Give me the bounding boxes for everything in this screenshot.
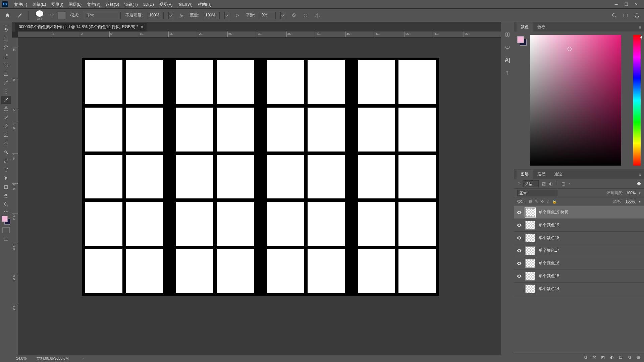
filter-type-icon[interactable]: T	[556, 181, 558, 186]
close-button[interactable]: ✕	[634, 2, 639, 7]
pressure-opacity-icon[interactable]	[178, 12, 185, 19]
workspace-switcher[interactable]	[622, 12, 629, 19]
layer-row[interactable]: 单个颜色16	[514, 257, 644, 270]
new-layer-icon[interactable]: ⧉	[628, 355, 631, 360]
layer-thumbnail[interactable]	[525, 234, 535, 242]
smooth-input[interactable]: 0%	[260, 12, 276, 19]
color-preview-swatches[interactable]	[517, 36, 527, 46]
filter-adjust-icon[interactable]: ◐	[549, 181, 552, 186]
lock-position-icon[interactable]: ✥	[541, 199, 544, 204]
layer-name[interactable]: 单个颜色16	[539, 260, 559, 266]
layer-row[interactable]: 单个颜色18	[514, 232, 644, 244]
layer-row[interactable]: 单个颜色17	[514, 244, 644, 257]
maximize-button[interactable]: ❐	[624, 2, 629, 7]
move-tool[interactable]	[1, 26, 11, 34]
shape-tool[interactable]	[1, 183, 11, 191]
edit-toolbar[interactable]	[1, 209, 11, 214]
tab-color[interactable]: 颜色	[517, 22, 533, 32]
layer-name[interactable]: 单个颜色18	[539, 235, 559, 241]
menu-type[interactable]: 文字(Y)	[84, 0, 103, 9]
layer-thumbnail[interactable]	[525, 246, 535, 255]
brush-tool[interactable]	[1, 96, 11, 104]
layer-thumbnail[interactable]	[525, 221, 535, 230]
zoom-tool[interactable]	[1, 200, 11, 208]
hue-slider[interactable]	[633, 35, 641, 166]
chevron-down-icon[interactable]: ▾	[639, 191, 641, 195]
brush-panel-toggle[interactable]	[58, 12, 65, 19]
zoom-level[interactable]: 14.8%	[16, 356, 26, 360]
ruler-vertical[interactable]: 5 0 5 10 15 20 25 30 35 40	[12, 38, 18, 355]
layer-thumbnail[interactable]	[525, 208, 535, 217]
libraries-icon[interactable]	[504, 31, 511, 38]
opacity-input[interactable]: 100%	[148, 12, 164, 19]
home-button[interactable]	[3, 11, 11, 19]
airbrush-icon[interactable]	[234, 12, 241, 19]
layer-name[interactable]: 单个颜色15	[539, 273, 559, 279]
panel-menu-icon[interactable]: ≡	[636, 23, 644, 32]
visibility-toggle[interactable]	[517, 223, 522, 228]
link-layers-icon[interactable]: ⧉	[584, 355, 587, 360]
layer-thumbnail[interactable]	[525, 285, 535, 293]
layer-name[interactable]: 单个颜色19	[539, 222, 559, 228]
heal-tool[interactable]	[1, 87, 11, 95]
frame-tool[interactable]	[1, 70, 11, 78]
menu-3d[interactable]: 3D(D)	[141, 0, 157, 9]
layer-filter-type[interactable]: 类型	[517, 180, 539, 187]
ruler-horizontal[interactable]: 0 5 5 10 15 20 25 30 35 40 45 50 55 60 6…	[18, 32, 501, 38]
stamp-tool[interactable]	[1, 105, 11, 113]
quick-mask-toggle[interactable]	[2, 227, 10, 233]
layer-name[interactable]: 单个颜色17	[539, 248, 559, 253]
lock-pixels-icon[interactable]: ✎	[535, 199, 538, 204]
layer-opacity-value[interactable]: 100%	[626, 191, 636, 195]
status-chevron-icon[interactable]: 〉	[82, 356, 86, 361]
visibility-toggle[interactable]	[517, 274, 522, 279]
chevron-down-icon[interactable]: ▾	[639, 200, 641, 203]
gradient-tool[interactable]	[1, 131, 11, 139]
layer-row[interactable]: 单个颜色14	[514, 283, 644, 295]
color-cursor[interactable]	[568, 47, 572, 51]
layer-mask-icon[interactable]: ◩	[601, 355, 605, 360]
layer-row[interactable]: 单个颜色19 拷贝	[514, 206, 644, 219]
lock-all-icon[interactable]: 🔒	[552, 199, 557, 204]
foreground-color[interactable]	[2, 216, 8, 222]
filter-shape-icon[interactable]: ▢	[561, 181, 565, 186]
close-tab-icon[interactable]: ×	[141, 24, 144, 29]
wand-tool[interactable]	[1, 52, 11, 60]
flow-dropdown[interactable]	[224, 12, 229, 19]
color-field[interactable]	[530, 35, 621, 166]
pressure-size-icon[interactable]	[302, 12, 309, 19]
blend-mode-select[interactable]: 正常	[84, 12, 121, 19]
menu-view[interactable]: 视图(V)	[157, 0, 175, 9]
dodge-tool[interactable]	[1, 148, 11, 156]
tab-layers[interactable]: 图层	[517, 170, 533, 179]
tab-paths[interactable]: 路径	[533, 170, 549, 179]
flow-input[interactable]: 100%	[204, 12, 220, 19]
lasso-tool[interactable]	[1, 44, 11, 52]
search-icon[interactable]	[610, 12, 618, 19]
symmetry-icon[interactable]	[314, 12, 321, 19]
layer-thumbnail[interactable]	[525, 272, 535, 281]
menu-filter[interactable]: 滤镜(T)	[122, 0, 140, 9]
lock-transparent-icon[interactable]: ▩	[529, 199, 532, 204]
layer-thumbnail[interactable]	[525, 259, 535, 268]
screen-mode[interactable]	[1, 235, 11, 243]
document-tab[interactable]: 00000单个颜色素材制作.psd @ 14.8% (单个颜色19 拷贝, RG…	[15, 22, 147, 32]
menu-file[interactable]: 文件(F)	[11, 0, 30, 9]
layer-list[interactable]: 单个颜色19 拷贝单个颜色19单个颜色18单个颜色17单个颜色16单个颜色15单…	[514, 206, 644, 352]
adjustments-icon[interactable]	[504, 44, 511, 51]
color-swatches[interactable]	[2, 216, 10, 225]
smooth-dropdown[interactable]	[280, 12, 285, 19]
chevron-down-icon[interactable]	[50, 13, 54, 16]
filter-pixel-icon[interactable]: ▧	[542, 181, 546, 186]
minimize-button[interactable]: ─	[614, 2, 619, 7]
marquee-tool[interactable]	[1, 35, 11, 43]
menu-help[interactable]: 帮助(H)	[195, 0, 214, 9]
brush-preset-picker[interactable]: 384	[33, 10, 46, 20]
adjustment-layer-icon[interactable]: ◐	[610, 355, 613, 360]
menu-image[interactable]: 图像(I)	[49, 0, 66, 9]
path-select-tool[interactable]	[1, 174, 11, 182]
paragraph-icon[interactable]: ¶	[504, 69, 511, 76]
layer-name[interactable]: 单个颜色19 拷贝	[539, 209, 569, 215]
tab-swatches[interactable]: 色板	[533, 22, 549, 32]
hand-tool[interactable]	[1, 192, 11, 200]
